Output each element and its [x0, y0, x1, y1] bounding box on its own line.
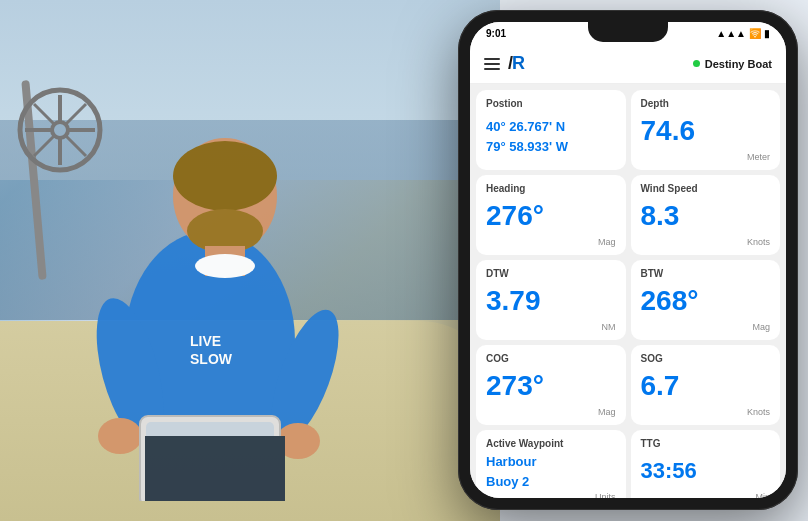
svg-point-15 — [195, 254, 255, 278]
status-icons: ▲▲▲ 🛜 ▮ — [716, 28, 770, 39]
position-values: 40° 26.767' N 79° 58.933' W — [486, 111, 616, 162]
metric-value-heading: 276° — [486, 196, 616, 237]
phone-notch — [588, 22, 668, 42]
metric-card-wind-speed: Wind Speed 8.3 Knots — [631, 175, 781, 255]
metric-unit-waypoint: Units — [595, 492, 616, 498]
waypoint-values: Harbour Buoy 2 — [486, 451, 616, 492]
waypoint-line2: Buoy 2 — [486, 472, 616, 492]
metric-label-sog: SOG — [641, 353, 771, 364]
metric-unit-sog: Knots — [747, 407, 770, 417]
position-lon: 79° 58.933' W — [486, 137, 616, 157]
metric-label-position: Postion — [486, 98, 616, 109]
svg-rect-22 — [145, 436, 215, 501]
metric-card-heading: Heading 276° Mag — [476, 175, 626, 255]
metric-unit-cog: Mag — [598, 407, 616, 417]
metric-unit-heading: Mag — [598, 237, 616, 247]
person-figure: LIVE SLOW — [30, 81, 410, 501]
metric-label-dtw: DTW — [486, 268, 616, 279]
metric-label-btw: BTW — [641, 268, 771, 279]
metric-value-btw: 268° — [641, 281, 771, 322]
status-time: 9:01 — [486, 28, 506, 39]
svg-text:SLOW: SLOW — [190, 351, 233, 367]
metric-card-dtw: DTW 3.79 NM — [476, 260, 626, 340]
metric-unit-depth: Meter — [747, 152, 770, 162]
metric-unit-wind-speed: Knots — [747, 237, 770, 247]
boat-name: Destiny Boat — [693, 58, 772, 70]
battery-icon: ▮ — [764, 28, 770, 39]
metric-label-cog: COG — [486, 353, 616, 364]
svg-rect-23 — [215, 436, 285, 501]
metric-value-sog: 6.7 — [641, 366, 771, 407]
metric-card-cog: COG 273° Mag — [476, 345, 626, 425]
metric-card-depth: Depth 74.6 Meter — [631, 90, 781, 170]
metric-value-dtw: 3.79 — [486, 281, 616, 322]
waypoint-line1: Harbour — [486, 452, 616, 472]
svg-text:LIVE: LIVE — [190, 333, 221, 349]
dashboard-grid: Postion 40° 26.767' N 79° 58.933' W Dept… — [470, 84, 786, 498]
phone-container: 9:01 ▲▲▲ 🛜 ▮ /R — [458, 10, 798, 510]
position-lat: 40° 26.767' N — [486, 117, 616, 137]
wifi-icon: 🛜 — [749, 28, 761, 39]
metric-card-ttg: TTG 33:56 Min — [631, 430, 781, 498]
metric-value-ttg: 33:56 — [641, 451, 771, 492]
phone-frame: 9:01 ▲▲▲ 🛜 ▮ /R — [458, 10, 798, 510]
svg-point-12 — [173, 141, 277, 211]
metric-card-position: Postion 40° 26.767' N 79° 58.933' W — [476, 90, 626, 170]
metric-label-depth: Depth — [641, 98, 771, 109]
nav-bar: /R Destiny Boat — [470, 44, 786, 84]
metric-unit-ttg: Min — [755, 492, 770, 498]
metric-value-wind-speed: 8.3 — [641, 196, 771, 237]
app-logo: /R — [508, 53, 524, 74]
metric-unit-btw: Mag — [752, 322, 770, 332]
metric-value-cog: 273° — [486, 366, 616, 407]
hamburger-menu-icon[interactable] — [484, 58, 500, 70]
connection-status-dot — [693, 60, 700, 67]
boat-name-label: Destiny Boat — [705, 58, 772, 70]
signal-icon: ▲▲▲ — [716, 28, 746, 39]
metric-card-active-waypoint: Active Waypoint Harbour Buoy 2 Units — [476, 430, 626, 498]
metric-card-btw: BTW 268° Mag — [631, 260, 781, 340]
metric-card-sog: SOG 6.7 Knots — [631, 345, 781, 425]
svg-point-18 — [98, 418, 142, 454]
metric-unit-dtw: NM — [602, 322, 616, 332]
nav-left: /R — [484, 53, 524, 74]
metric-label-active-waypoint: Active Waypoint — [486, 438, 616, 449]
metric-label-wind-speed: Wind Speed — [641, 183, 771, 194]
metric-value-depth: 74.6 — [641, 111, 771, 152]
metric-label-ttg: TTG — [641, 438, 771, 449]
logo-r: R — [512, 53, 524, 73]
phone-screen: 9:01 ▲▲▲ 🛜 ▮ /R — [470, 22, 786, 498]
metric-label-heading: Heading — [486, 183, 616, 194]
background-photo: LIVE SLOW — [0, 0, 500, 521]
